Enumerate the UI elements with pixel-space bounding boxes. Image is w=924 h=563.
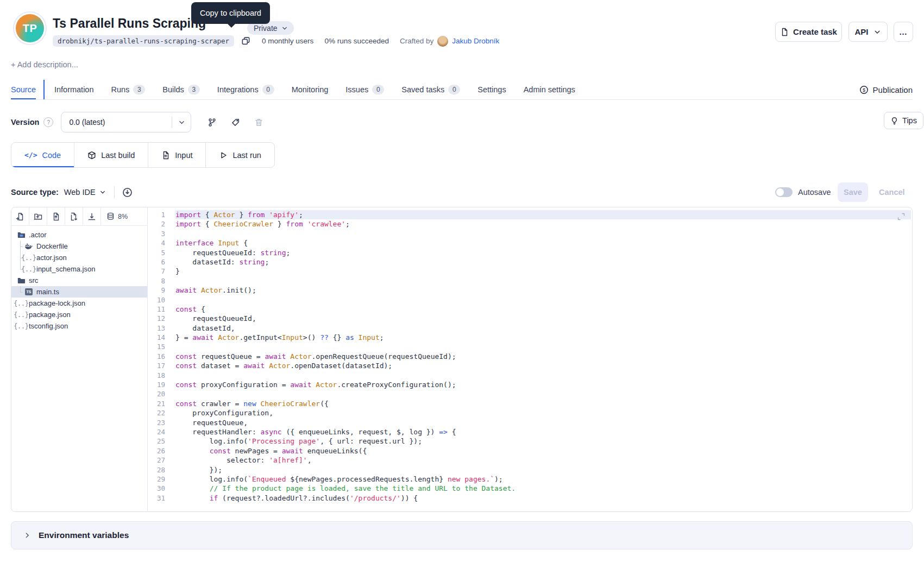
file-package-json[interactable]: {..}package.json [11, 309, 147, 320]
tooltip-arrow [227, 23, 236, 28]
code-line-23: requestQueue, [175, 418, 911, 427]
json-braces-icon: {..} [24, 254, 33, 262]
code-line-6: datasetId: string; [175, 257, 911, 267]
tab-label: Settings [477, 85, 506, 94]
code-line-2: import { CheerioCrawler } from 'crawlee'… [175, 219, 911, 229]
tab-label: Information [54, 85, 94, 94]
code-line-11: const { [175, 305, 911, 314]
tab-admin-settings[interactable]: Admin settings [524, 80, 575, 99]
create-task-button[interactable]: Create task [775, 22, 842, 42]
actor-avatar: TP [13, 11, 47, 45]
cancel-button[interactable]: Cancel [879, 188, 905, 197]
chevron-right-icon [23, 532, 31, 539]
storage-usage-value: 8% [118, 213, 128, 220]
actor-full-name[interactable]: drobnikj/ts-parallel-runs-scraping-scrap… [53, 35, 234, 47]
file-toolbar: 8% [11, 207, 147, 226]
tab-builds[interactable]: Builds3 [162, 80, 200, 99]
tab-label: Builds [162, 85, 184, 94]
version-row: Version ? 0.0 (latest) Tips [11, 112, 913, 132]
tab-integrations[interactable]: Integrations0 [217, 80, 274, 99]
file-name: package-lock.json [29, 299, 85, 307]
autosave-toggle[interactable] [775, 187, 793, 197]
source-type-label: Source type: [11, 188, 59, 197]
subtab-last-run[interactable]: Last run [206, 143, 274, 167]
code-line-31: if (request?.loadedUrl?.includes('/produ… [175, 494, 911, 503]
tab-saved-tasks[interactable]: Saved tasks0 [401, 80, 460, 99]
file-package-lock-json[interactable]: {..}package-lock.json [11, 298, 147, 309]
tab-label: Admin settings [524, 85, 575, 94]
api-button[interactable]: API [848, 22, 888, 42]
tab-publication[interactable]: $ Publication [859, 80, 913, 99]
tree-connector [17, 252, 24, 263]
active-tab-caret [43, 80, 45, 99]
code-content[interactable]: import { Actor } from 'apify';import { C… [175, 210, 911, 503]
save-button[interactable]: Save [838, 182, 868, 202]
new-folder-icon[interactable] [29, 207, 47, 225]
tab-source[interactable]: Source [11, 80, 36, 99]
tab-information[interactable]: Information [54, 80, 94, 99]
file-src[interactable]: src [11, 275, 147, 286]
tab-badge: 0 [448, 85, 460, 94]
autosave-label: Autosave [798, 188, 831, 197]
file-actor-json[interactable]: {..}actor.json [11, 252, 147, 263]
download-icon[interactable] [83, 207, 101, 225]
upload-file-icon[interactable] [47, 207, 65, 225]
tab-monitoring[interactable]: Monitoring [292, 80, 329, 99]
tabs-list: SourceInformationRuns3Builds3Integration… [11, 80, 575, 99]
tab-badge: 3 [188, 85, 200, 94]
environment-variables-panel[interactable]: Environment variables [11, 521, 913, 549]
code-line-13: datasetId, [175, 324, 911, 333]
file-name: .actor [29, 231, 47, 239]
code-line-4: interface Input { [175, 238, 911, 248]
editor-subtabs: </>CodeLast buildInputLast run [11, 142, 275, 168]
file-actor[interactable]: .actor [11, 229, 147, 241]
tab-settings[interactable]: Settings [477, 80, 506, 99]
chevron-down-icon [873, 28, 882, 36]
more-actions-button[interactable]: … [894, 22, 913, 42]
copy-icon[interactable] [241, 36, 251, 46]
subtab-code[interactable]: </>Code [11, 143, 74, 167]
storage-usage[interactable]: 8% [101, 207, 147, 225]
line-number-gutter: 1234567891011121314151617181920212223242… [147, 210, 175, 503]
tips-button[interactable]: Tips [884, 112, 923, 129]
svg-text:$: $ [863, 87, 865, 92]
file-dockerfile[interactable]: Dockerfile [11, 241, 147, 252]
git-branch-icon[interactable] [208, 118, 217, 127]
tab-label: Saved tasks [401, 85, 444, 94]
file-name: input_schema.json [36, 265, 95, 273]
tab-issues[interactable]: Issues0 [345, 80, 384, 99]
download-source-icon[interactable] [122, 187, 133, 198]
tab-badge: 0 [262, 85, 274, 94]
code-line-30: // If the product page is loaded, save t… [175, 484, 911, 493]
code-line-24: requestHandler: async ({ enqueueLinks, r… [175, 427, 911, 437]
code-line-21: const crawler = new CheerioCrawler({ [175, 399, 911, 408]
subtab-last-build[interactable]: Last build [74, 143, 148, 167]
file-icon [780, 28, 789, 36]
tab-runs[interactable]: Runs3 [111, 80, 146, 99]
tab-label: Runs [111, 85, 130, 94]
new-file-icon[interactable] [11, 207, 29, 225]
avatar-initials: TP [23, 22, 37, 35]
help-icon[interactable]: ? [43, 117, 53, 127]
import-file-icon[interactable] [65, 207, 83, 225]
expand-editor-icon[interactable] [897, 212, 906, 221]
author-link[interactable]: Jakub Drobník [452, 37, 499, 45]
add-description-link[interactable]: + Add description... [11, 60, 78, 69]
file-main-ts[interactable]: TSmain.ts [11, 286, 147, 298]
main-tabs: SourceInformationRuns3Builds3Integration… [11, 80, 913, 100]
subtab-input[interactable]: Input [148, 143, 206, 167]
source-type-row: Source type: Web IDE Autosave Save Cance… [11, 182, 913, 202]
version-label: Version [11, 118, 39, 126]
code-line-1: import { Actor } from 'apify'; [175, 210, 911, 219]
code-line-26: const newPages = await enqueueLinks({ [175, 446, 911, 456]
source-type-dropdown[interactable]: Web IDE [64, 188, 106, 197]
file-tsconfig-json[interactable]: {..}tsconfig.json [11, 320, 147, 332]
version-value: 0.0 (latest) [61, 118, 172, 126]
page-title: Ts Parallel Runs Scraping [53, 16, 206, 31]
file-input-schema-json[interactable]: {..}input_schema.json [11, 263, 147, 275]
tag-icon[interactable] [231, 118, 240, 127]
version-select[interactable]: 0.0 (latest) [61, 112, 191, 132]
trash-icon[interactable] [254, 118, 263, 127]
typescript-icon: TS [24, 288, 33, 296]
code-icon: </> [24, 151, 37, 159]
